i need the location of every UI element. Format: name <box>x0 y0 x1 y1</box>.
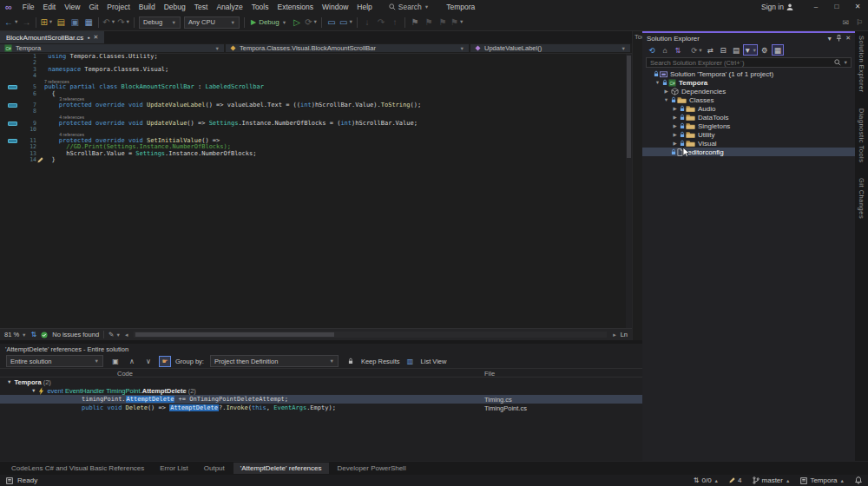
code-line[interactable]: 6{ <box>0 91 632 97</box>
breakpoint-margin[interactable] <box>0 127 21 133</box>
menu-edit[interactable]: Edit <box>39 0 61 14</box>
type-dropdown[interactable]: Tempora.Classes.Visual.BlockAmountScroll… <box>226 44 469 52</box>
code-line[interactable]: 13hScrollBar.Value = Settings.Instance.N… <box>0 151 632 157</box>
expand-all-icon[interactable]: ∨ <box>142 356 155 367</box>
search-box[interactable]: Search ▼ <box>389 3 429 11</box>
refresh-icon[interactable]: ⟳▼ <box>691 44 703 56</box>
sync-icon[interactable]: ⇅ <box>31 331 37 338</box>
chevron-down-icon[interactable]: ▼ <box>662 97 670 102</box>
breakpoint-margin[interactable] <box>0 138 21 144</box>
menu-window[interactable]: Window <box>318 0 352 14</box>
solution-explorer-search[interactable]: ▼ <box>646 57 852 68</box>
breakpoint-margin[interactable] <box>0 144 21 150</box>
tree-item-dependencies[interactable]: ▶Dependencies <box>642 87 855 95</box>
tree-item-solution-tempora-1-of-1-project-[interactable]: Solution 'Tempora' (1 of 1 project) <box>642 69 855 78</box>
menu-extensions[interactable]: Extensions <box>273 0 318 14</box>
menu-help[interactable]: Help <box>352 0 376 14</box>
solution-explorer-search-input[interactable] <box>647 59 832 67</box>
toolbox-tab[interactable]: Toolbox <box>632 31 642 340</box>
menu-tools[interactable]: Tools <box>247 0 273 14</box>
tree-item--editorconfig[interactable]: .editorconfig <box>642 148 855 156</box>
code-line[interactable]: 8 <box>0 108 632 115</box>
show-all-files-icon[interactable]: ▦ <box>772 44 784 56</box>
sync-with-active-document-icon[interactable]: ⇄ <box>704 44 716 56</box>
bottom-tab--attemptdelete-references[interactable]: 'AttemptDelete' references <box>233 463 329 474</box>
code-line[interactable]: 10 <box>0 127 632 133</box>
menu-test[interactable]: Test <box>190 0 213 14</box>
tree-item-classes[interactable]: ▼Classes <box>642 95 855 104</box>
code-line[interactable]: 1using Tempora.Classes.Utility; <box>0 54 632 60</box>
step-into-button[interactable]: ↓ <box>360 16 374 30</box>
copy-results-icon[interactable]: ▣ <box>109 356 122 367</box>
vertical-tab-diagnostic-tools[interactable]: Diagnostic Tools <box>858 108 865 162</box>
project-dropdown[interactable]: C# Tempora ▼ <box>0 44 224 52</box>
breakpoint-margin[interactable] <box>0 91 21 97</box>
new-project-button[interactable]: ⊞▼ <box>39 16 54 30</box>
repository-status[interactable]: Tempora ▲ <box>800 476 845 484</box>
breakpoint-margin[interactable] <box>0 73 21 79</box>
breakpoint-margin[interactable] <box>0 102 21 108</box>
menu-build[interactable]: Build <box>135 0 160 14</box>
keep-results-toggle[interactable]: Keep Results <box>361 358 400 365</box>
editor-horizontal-scrollbar[interactable] <box>134 332 607 338</box>
breakpoint-margin[interactable] <box>0 60 21 66</box>
sign-in-button[interactable]: Sign in <box>761 3 793 11</box>
scroll-left-icon[interactable]: ◂ <box>125 332 128 338</box>
chevron-down-icon[interactable]: ▼ <box>7 379 11 384</box>
chevron-down-icon[interactable]: ▼ <box>31 388 36 393</box>
menu-git[interactable]: Git <box>84 0 102 14</box>
breakpoint-margin[interactable] <box>0 67 21 73</box>
tree-item-tempora[interactable]: ▼C#Tempora <box>642 78 855 87</box>
scroll-right-icon[interactable]: ▸ <box>613 332 616 338</box>
hot-reload-button[interactable]: ⟳▼ <box>304 16 319 30</box>
send-feedback-icon[interactable]: ✉ <box>842 18 849 27</box>
breakpoint-margin[interactable] <box>0 84 21 90</box>
clear-bookmarks-button[interactable]: ⚑▼ <box>450 16 464 30</box>
bottom-tab-output[interactable]: Output <box>197 463 232 474</box>
chevron-right-icon[interactable]: ▶ <box>671 106 679 111</box>
code-line[interactable]: 9protected override void UpdateValue() =… <box>0 121 632 127</box>
maximize-button[interactable]: □ <box>826 0 847 14</box>
reference-row[interactable]: public void Delete() => AttemptDelete?.I… <box>0 404 642 412</box>
tab-close-icon[interactable]: ✕ <box>93 34 98 41</box>
build-selection-button[interactable]: ▭ <box>325 16 339 30</box>
member-dropdown[interactable]: UpdateValueLabel() ▼ <box>470 44 630 52</box>
reference-group-row[interactable]: ▼event EventHandler TimingPoint.AttemptD… <box>0 386 642 395</box>
code-line[interactable]: 14} <box>0 157 632 163</box>
reference-group-row[interactable]: ▼Tempora (2) <box>0 378 642 386</box>
open-file-button[interactable]: ▤ <box>54 16 68 30</box>
code-line[interactable]: 3namespace Tempora.Classes.Visual; <box>0 67 632 73</box>
chevron-right-icon[interactable]: ▶ <box>671 141 679 146</box>
redo-button[interactable]: ↷▼ <box>116 16 131 30</box>
preview-selected-items-icon[interactable]: ▤ <box>730 44 742 56</box>
bottom-tab-error-list[interactable]: Error List <box>153 463 194 474</box>
breakpoint-margin[interactable] <box>0 157 21 163</box>
chevron-right-icon[interactable]: ▶ <box>662 89 670 94</box>
step-out-button[interactable]: ↑ <box>388 16 402 30</box>
save-all-button[interactable]: ▦ <box>82 16 95 30</box>
platform-dropdown[interactable]: Any CPU▼ <box>184 16 240 29</box>
collapse-all-icon[interactable]: ⊟ <box>717 44 729 56</box>
editor-vertical-scrollbar[interactable] <box>626 54 632 328</box>
keep-highlighted-toggle[interactable]: ☛ <box>159 356 171 367</box>
navigate-back-button[interactable]: ←▼ <box>3 16 19 30</box>
configuration-dropdown[interactable]: Debug▼ <box>139 16 181 29</box>
step-over-button[interactable]: ↷ <box>374 16 388 30</box>
close-panel-icon[interactable]: ✕ <box>845 35 851 42</box>
vertical-tab-git-changes[interactable]: Git Changes <box>858 178 865 219</box>
code-editor[interactable]: 1using Tempora.Classes.Utility;23namespa… <box>0 54 632 328</box>
code-line[interactable]: 7protected override void UpdateValueLabe… <box>0 102 632 108</box>
chevron-right-icon[interactable]: ▶ <box>671 115 679 120</box>
chevron-right-icon[interactable]: ▶ <box>671 123 679 128</box>
tree-item-datatools[interactable]: ▶DataTools <box>642 113 855 122</box>
previous-bookmark-button[interactable]: ⚑ <box>422 16 436 30</box>
start-debugging-button[interactable]: ▶Debug▼ <box>247 18 290 26</box>
document-tab[interactable]: BlockAmountScrollBar.cs ● ✕ <box>0 31 104 43</box>
undo-button[interactable]: ↶▼ <box>102 16 116 30</box>
switch-views-icon[interactable]: ⇅ <box>672 44 684 56</box>
tree-item-audio[interactable]: ▶Audio <box>642 104 855 113</box>
minimize-button[interactable]: – <box>806 0 826 14</box>
file-column-header[interactable]: File <box>484 370 495 378</box>
sync-namespaces-icon[interactable]: ⟲ <box>646 44 658 56</box>
toggle-bookmark-button[interactable]: ⚑ <box>408 16 422 30</box>
